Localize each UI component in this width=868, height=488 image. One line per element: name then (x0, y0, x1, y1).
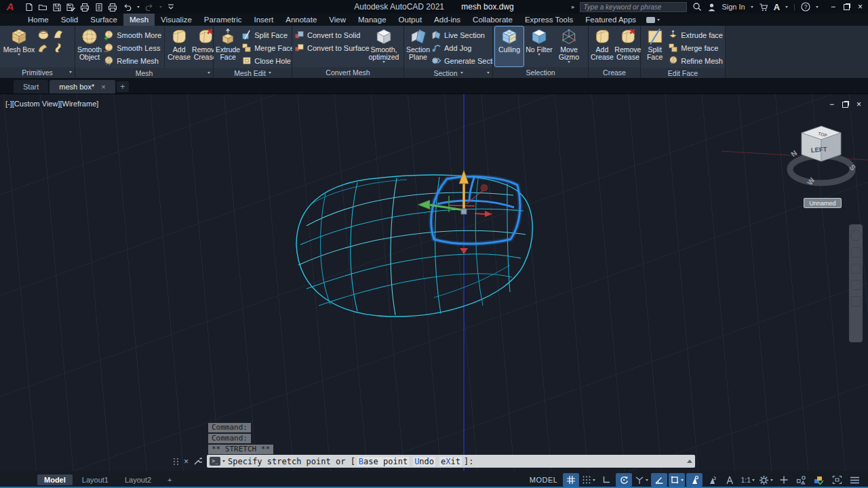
ribbon-display-toggle[interactable] (646, 14, 660, 26)
customize-status-bar-button[interactable] (846, 473, 863, 487)
sign-in-dropdown-icon[interactable] (751, 6, 753, 8)
file-tab-mesh-box[interactable]: mesh box* × (50, 80, 115, 94)
viewport-controls-label[interactable]: [-][Custom View][Wireframe] (5, 100, 98, 108)
keyword-undo[interactable]: Undo (413, 457, 435, 466)
command-line-customize-icon[interactable] (193, 457, 202, 466)
search-collapse-icon[interactable]: ▸ (572, 3, 575, 10)
file-tab-close-icon[interactable]: × (101, 83, 105, 91)
clean-screen-button[interactable] (829, 473, 845, 487)
tab-output[interactable]: Output (393, 14, 429, 26)
object-snap-toggle[interactable] (669, 473, 685, 487)
edit-split-face-button[interactable]: Split Face (643, 26, 667, 67)
isolate-objects-button[interactable] (793, 473, 810, 487)
crease-remove-button[interactable]: Remove Crease (615, 26, 641, 66)
mesh-torus-button[interactable] (37, 29, 50, 40)
viewcube[interactable]: N W S LEFT TOP (784, 119, 859, 200)
edit-merge-face-button[interactable]: Merge face (668, 41, 723, 54)
merge-face-button[interactable]: Merge Face (241, 41, 294, 54)
redo-dropdown-icon[interactable] (159, 6, 162, 8)
gizmo-z-axis[interactable] (475, 214, 486, 214)
tab-collaborate[interactable]: Collaborate (467, 14, 519, 26)
extrude-face-button[interactable]: Extrude Face (216, 26, 240, 67)
tab-annotate[interactable]: Annotate (279, 14, 323, 26)
save-icon[interactable] (52, 3, 61, 12)
crease-add-button[interactable]: Add Crease (591, 26, 614, 66)
plot-icon[interactable] (80, 3, 90, 12)
viewcube-front-face-label[interactable]: LEFT (810, 145, 827, 154)
smooth-object-button[interactable]: Smooth Object (77, 26, 102, 67)
tab-manage[interactable]: Manage (352, 14, 393, 26)
tab-mesh[interactable]: Mesh (123, 14, 155, 26)
edit-refine-mesh-button[interactable]: Refine Mesh (668, 54, 723, 67)
save-as-icon[interactable] (66, 3, 75, 12)
recent-commands-icon[interactable]: >_ (210, 457, 220, 466)
panel-label-convert-mesh[interactable]: Convert Mesh (292, 67, 403, 78)
mesh-object-wireframe[interactable] (296, 175, 532, 317)
cart-icon[interactable] (759, 3, 768, 12)
file-tab-start[interactable]: Start (14, 80, 48, 94)
add-crease-button[interactable]: Add Crease (167, 26, 191, 67)
autodesk-app-dropdown-icon[interactable] (785, 6, 788, 8)
viewport-restore-icon[interactable] (842, 102, 848, 108)
panel-label-edit-face[interactable]: Edit Face (641, 68, 725, 78)
tab-solid[interactable]: Solid (55, 14, 85, 26)
annotation-monitor-button[interactable] (776, 473, 792, 487)
tab-home[interactable]: Home (22, 14, 55, 26)
help-dropdown-icon[interactable] (816, 6, 818, 8)
compass-north-label[interactable]: N (789, 148, 799, 158)
panel-label-crease[interactable]: Crease (589, 67, 640, 78)
navigation-bar[interactable] (849, 224, 863, 342)
mesh-pipe-button[interactable] (37, 43, 50, 54)
publish-icon[interactable] (94, 3, 103, 12)
culling-button[interactable]: Culling (495, 26, 524, 66)
show-motion-icon[interactable] (851, 296, 861, 306)
autocad-logo-icon[interactable]: A (0, 0, 20, 14)
pan-icon[interactable] (851, 247, 861, 258)
tab-surface[interactable]: Surface (84, 14, 123, 26)
close-button[interactable]: × (858, 2, 863, 12)
tab-parametric[interactable]: Parametric (198, 14, 248, 26)
redo-icon[interactable] (144, 3, 155, 12)
mesh-wedge-button[interactable] (52, 29, 64, 40)
qat-customize-icon[interactable] (167, 3, 175, 11)
generate-section-button[interactable]: Generate Section (431, 54, 502, 67)
orbit-icon[interactable] (851, 280, 861, 290)
navigation-wheel-icon[interactable] (850, 230, 862, 241)
tab-express-tools[interactable]: Express Tools (519, 14, 579, 26)
tab-insert[interactable]: Insert (248, 14, 279, 26)
tab-visualize[interactable]: Visualize (155, 14, 198, 26)
tab-view[interactable]: View (323, 14, 352, 26)
print-icon[interactable] (108, 3, 117, 12)
command-options-dropdown-icon[interactable] (222, 460, 225, 462)
grid-toggle[interactable] (563, 473, 579, 487)
tab-add-ins[interactable]: Add-ins (428, 14, 467, 26)
live-section-button[interactable]: Live Section (431, 28, 502, 41)
help-icon[interactable]: ? (801, 2, 810, 12)
snap-toggle[interactable] (580, 473, 597, 487)
panel-label-selection[interactable]: Selection (493, 67, 588, 78)
minimize-button[interactable]: − (831, 2, 835, 12)
convert-to-surface-button[interactable]: Convert to Surface (294, 41, 366, 54)
smooth-more-button[interactable]: Smooth More (103, 28, 161, 41)
restore-button[interactable] (844, 4, 850, 10)
smooth-optimized-button[interactable]: Smooth, optimized (368, 26, 400, 66)
no-filter-button[interactable]: No Filter (525, 26, 553, 66)
convert-to-solid-button[interactable]: Convert to Solid (294, 28, 366, 41)
viewport-minimize-icon[interactable]: − (829, 100, 834, 109)
undo-icon[interactable] (122, 3, 132, 12)
polar-tracking-toggle[interactable] (616, 473, 632, 487)
open-folder-icon[interactable] (38, 3, 47, 12)
keyword-exit[interactable]: eXit (439, 457, 462, 466)
new-drawing-tab-button[interactable]: + (117, 81, 129, 92)
graphics-performance-button[interactable] (811, 473, 827, 487)
isometric-drafting-toggle[interactable] (633, 473, 650, 487)
edit-extrude-face-button[interactable]: Extrude face (668, 28, 723, 41)
object-snap-tracking-toggle[interactable] (651, 473, 667, 487)
section-plane-button[interactable]: Section Plane (406, 26, 430, 67)
refine-mesh-button[interactable]: Refine Mesh (103, 54, 161, 67)
annotation-scale-icon-button[interactable] (722, 473, 738, 487)
split-face-button[interactable]: Split Face (241, 28, 294, 41)
ortho-toggle[interactable] (598, 473, 614, 487)
command-line-close-icon[interactable]: × (184, 458, 189, 466)
smooth-less-button[interactable]: Smooth Less (103, 41, 161, 54)
